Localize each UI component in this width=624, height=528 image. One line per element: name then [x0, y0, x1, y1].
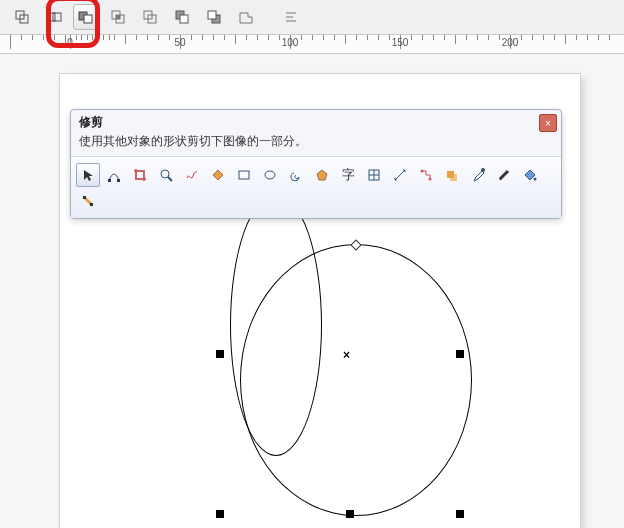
svg-point-33 — [534, 178, 537, 181]
outline-tool[interactable] — [492, 163, 516, 187]
back-minus-front-btn[interactable] — [201, 4, 227, 30]
workspace: × 修剪 使用其他对象的形状剪切下图像的一部分。 × 字 — [0, 54, 624, 528]
ruler-label: 150 — [392, 37, 409, 48]
tooltip-text: 使用其他对象的形状剪切下图像的一部分。 — [79, 133, 553, 150]
polygon-tool[interactable] — [310, 163, 334, 187]
svg-rect-14 — [208, 11, 216, 19]
shaping-toolbar — [0, 0, 624, 35]
pick-tool[interactable] — [76, 163, 100, 187]
selection-handle[interactable] — [216, 510, 224, 518]
tooltip-title: 修剪 — [79, 114, 553, 131]
ellipse-shape-2[interactable] — [240, 244, 472, 516]
selection-handle[interactable] — [456, 510, 464, 518]
selection-center[interactable]: × — [342, 350, 351, 359]
svg-rect-8 — [116, 15, 120, 19]
tooltip-panel: 修剪 使用其他对象的形状剪切下图像的一部分。 × 字 — [70, 109, 562, 219]
crop-tool[interactable] — [128, 163, 152, 187]
ruler-label: 0 — [67, 37, 73, 48]
svg-point-23 — [265, 171, 275, 179]
spiral-tool[interactable] — [284, 163, 308, 187]
selection-handle[interactable] — [216, 350, 224, 358]
interactivefill-tool[interactable] — [76, 189, 100, 213]
horizontal-ruler: 050100150200 — [0, 35, 624, 54]
svg-rect-19 — [117, 179, 120, 182]
tooltip-close-btn[interactable]: × — [539, 114, 557, 132]
tooltip-toolbar: 字 — [71, 157, 561, 218]
ruler-label: 50 — [174, 37, 185, 48]
connector-tool[interactable] — [414, 163, 438, 187]
svg-rect-12 — [180, 15, 188, 23]
selection-handle[interactable] — [456, 350, 464, 358]
weld-btn[interactable] — [41, 4, 67, 30]
intersect-btn[interactable] — [105, 4, 131, 30]
simplify-btn[interactable] — [137, 4, 163, 30]
text-tool[interactable]: 字 — [336, 163, 360, 187]
fill-tool[interactable] — [518, 163, 542, 187]
svg-rect-5 — [84, 15, 92, 23]
svg-line-21 — [168, 177, 172, 181]
ruler-label: 100 — [282, 37, 299, 48]
group-btn[interactable] — [9, 4, 35, 30]
freehand-tool[interactable] — [180, 163, 204, 187]
svg-point-32 — [481, 168, 485, 172]
smartfill-tool[interactable] — [206, 163, 230, 187]
table-tool[interactable] — [362, 163, 386, 187]
eyedropper-tool[interactable] — [466, 163, 490, 187]
svg-line-27 — [395, 170, 405, 180]
svg-rect-3 — [53, 13, 61, 21]
selection-handle[interactable] — [346, 510, 354, 518]
ellipse-tool[interactable] — [258, 163, 282, 187]
svg-rect-22 — [239, 171, 249, 179]
rectangle-tool[interactable] — [232, 163, 256, 187]
svg-point-29 — [429, 178, 432, 181]
svg-rect-31 — [450, 174, 457, 181]
dimension-tool[interactable] — [388, 163, 412, 187]
svg-rect-34 — [83, 196, 86, 199]
boundary-btn[interactable] — [233, 4, 259, 30]
tooltip-header: 修剪 使用其他对象的形状剪切下图像的一部分。 × — [71, 110, 561, 157]
effects-tool[interactable] — [440, 163, 464, 187]
align-btn[interactable] — [279, 4, 305, 30]
svg-rect-35 — [90, 203, 93, 206]
svg-point-20 — [161, 170, 169, 178]
trim-btn[interactable] — [73, 4, 99, 30]
zoom-tool[interactable] — [154, 163, 178, 187]
svg-rect-18 — [108, 179, 111, 182]
front-minus-back-btn[interactable] — [169, 4, 195, 30]
svg-point-28 — [421, 170, 424, 173]
svg-rect-2 — [47, 13, 55, 21]
shape-tool[interactable] — [102, 163, 126, 187]
ruler-label: 200 — [502, 37, 519, 48]
